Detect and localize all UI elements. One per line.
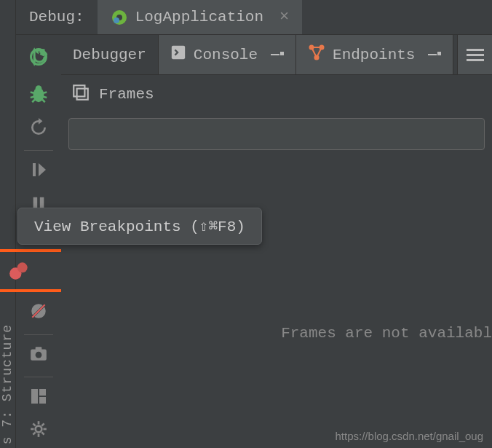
tab-label: Endpoints xyxy=(333,47,415,63)
tab-label: Debugger xyxy=(73,47,146,63)
minimize-icon[interactable] xyxy=(271,47,284,63)
frames-icon xyxy=(71,83,90,106)
close-icon[interactable]: × xyxy=(279,8,289,26)
frames-title: Frames xyxy=(99,86,154,103)
debug-header: Debug: LogApplication × xyxy=(16,0,492,35)
debug-subtabs: Debugger Console xyxy=(61,35,492,74)
frames-thread-selector[interactable] xyxy=(68,118,485,150)
tab-console[interactable]: Console xyxy=(159,35,296,74)
debug-title: Debug: xyxy=(16,0,98,34)
layout-button[interactable] xyxy=(23,382,54,411)
frames-empty-message: Frames are not availabl xyxy=(281,325,492,342)
svg-line-34 xyxy=(41,424,44,426)
toolbar-divider xyxy=(24,150,53,151)
svg-rect-24 xyxy=(39,389,46,396)
run-config-label: LogApplication xyxy=(135,9,263,25)
bug-icon[interactable] xyxy=(23,79,54,109)
endpoints-icon xyxy=(308,44,325,66)
frames-header: Frames xyxy=(61,74,492,114)
svg-rect-12 xyxy=(33,163,36,176)
run-config-tab[interactable]: LogApplication × xyxy=(98,0,303,34)
toolbar-divider xyxy=(24,334,53,335)
more-menu-button[interactable] xyxy=(457,35,492,74)
svg-line-31 xyxy=(33,424,35,426)
svg-line-32 xyxy=(41,433,44,435)
svg-rect-42 xyxy=(467,54,484,56)
structure-tool-label[interactable]: s 7: Structure xyxy=(0,324,15,444)
svg-rect-44 xyxy=(74,85,84,96)
mute-breakpoints-button[interactable] xyxy=(23,296,54,326)
svg-line-7 xyxy=(43,93,47,93)
watermark: https://blog.csdn.net/gnail_oug xyxy=(336,430,483,442)
minimize-icon[interactable] xyxy=(428,47,441,63)
toolbar-divider xyxy=(24,377,53,377)
svg-point-22 xyxy=(36,352,42,358)
ide-left-sidebar: s 7: Structure xyxy=(0,0,16,448)
camera-icon[interactable] xyxy=(23,339,54,368)
update-button[interactable] xyxy=(23,113,54,142)
frames-body: Frames are not availabl xyxy=(61,150,492,448)
rerun-button[interactable] xyxy=(23,42,54,71)
svg-point-5 xyxy=(36,85,42,92)
svg-line-8 xyxy=(31,97,34,98)
svg-rect-36 xyxy=(280,52,284,55)
svg-line-33 xyxy=(33,433,35,435)
svg-rect-41 xyxy=(467,49,484,51)
svg-line-11 xyxy=(42,100,45,103)
tab-label: Console xyxy=(194,47,258,63)
tab-debugger[interactable]: Debugger xyxy=(61,35,159,74)
svg-point-26 xyxy=(36,426,42,433)
svg-point-16 xyxy=(17,262,28,272)
resume-button[interactable] xyxy=(23,155,54,184)
settings-button[interactable] xyxy=(23,415,54,444)
svg-rect-43 xyxy=(467,59,484,61)
svg-line-9 xyxy=(43,97,47,98)
spring-boot-icon xyxy=(111,9,128,26)
svg-line-10 xyxy=(32,100,35,103)
svg-rect-45 xyxy=(77,89,88,100)
svg-line-6 xyxy=(31,93,34,93)
svg-rect-40 xyxy=(437,52,441,55)
svg-point-2 xyxy=(114,17,119,23)
svg-rect-23 xyxy=(31,389,38,404)
view-breakpoints-tooltip: View Breakpoints (⇧⌘F8) xyxy=(17,208,262,245)
console-icon xyxy=(170,44,186,65)
svg-rect-21 xyxy=(36,347,42,350)
svg-rect-25 xyxy=(39,397,46,404)
tab-endpoints[interactable]: Endpoints xyxy=(296,35,453,74)
